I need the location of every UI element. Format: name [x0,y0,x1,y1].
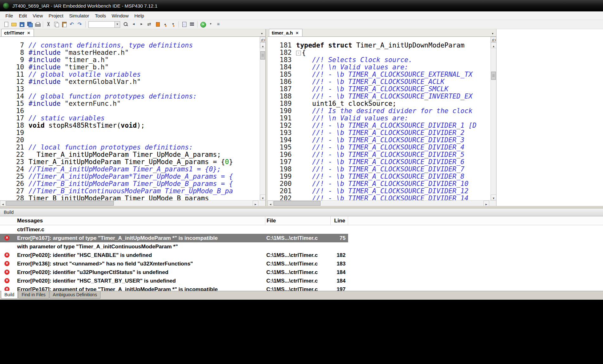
menu-item-tools[interactable]: Tools [92,11,109,20]
function-list-icon[interactable] [260,37,265,42]
scroll-left-icon[interactable] [0,201,6,206]
menu-item-edit[interactable]: Edit [16,11,30,20]
code-line[interactable]: 189 uint16_t clockSource; [268,100,496,107]
code-editor[interactable]: 7// constant definitions, type definitio… [0,37,265,200]
code-line[interactable]: 184 //! \n Valid values are: [268,64,496,71]
column-header-messages[interactable]: Messages [16,216,265,225]
scroll-down-icon[interactable] [260,195,265,200]
tab-list-dropdown-icon[interactable] [259,30,265,36]
previous-bookmark-button[interactable] [161,21,169,28]
find-button[interactable] [122,21,130,28]
code-line[interactable]: 195 //! - \b TIMER_A_CLOCKSOURCE_DIVIDER… [268,144,496,151]
toolbar-options-button[interactable] [215,21,223,28]
horizontal-scrollbar-thumb[interactable] [6,201,114,206]
paste-button[interactable] [60,21,68,28]
scroll-right-icon[interactable] [253,201,258,206]
build-row-error[interactable]: Error[Pe167]: argument of type "Timer_A_… [0,234,603,242]
code-line[interactable]: 21// local function prototypes definitio… [0,144,265,151]
code-line[interactable]: 24//Timer_A_initUpModeParam Timer_A_para… [0,166,265,173]
build-splitter[interactable] [0,206,603,208]
code-line[interactable]: 19 [0,129,265,137]
code-line[interactable]: 185 //! - \b TIMER_A_CLOCKSOURCE_EXTERNA… [268,71,496,78]
code-line[interactable]: 14// global function prototypes definiti… [0,93,265,100]
code-line[interactable]: 27//Timer_B_initContinuousModeParam Time… [0,188,265,195]
code-line[interactable]: 15#include "externFunc.h" [0,100,265,107]
code-line[interactable]: 192 //! - \b TIMER_A_CLOCKSOURCE_DIVIDER… [268,122,496,129]
menu-item-window[interactable]: Window [109,11,131,20]
tab-list-dropdown-icon[interactable] [490,30,496,36]
code-line[interactable]: 9#include "timer_a.h" [0,56,265,64]
code-line[interactable]: 183 //! Selects Clock source. [268,56,496,64]
find-next-button[interactable] [138,21,146,28]
horizontal-scrollbar-thumb[interactable] [274,201,321,206]
code-line[interactable]: 22 Timer_A_initUpModeParam Timer_UpMode_… [0,151,265,158]
code-line[interactable]: 186 //! - \b TIMER_A_CLOCKSOURCE_ACLK [268,78,496,86]
vertical-scrollbar[interactable] [260,37,265,200]
vertical-scrollbar-thumb[interactable] [260,51,265,60]
menu-item-file[interactable]: File [3,11,16,20]
menu-item-view[interactable]: View [30,11,46,20]
code-line[interactable]: 182-{ [268,49,496,56]
redo-button[interactable] [76,21,84,28]
code-line[interactable]: 190 //! Is the desired divider for the c… [268,107,496,115]
save-button[interactable] [18,21,26,28]
code-line[interactable]: 23Timer_A_initUpModeParam Timer_UpMode_A… [0,158,265,166]
bottom-tab-ambiguous-definitions[interactable]: Ambiguous Definitions [49,291,101,299]
code-line[interactable]: 10#include "timer_b.h" [0,64,265,71]
save-all-button[interactable] [26,21,34,28]
bottom-tab-build[interactable]: Build [1,291,18,299]
close-icon[interactable] [27,30,31,36]
tab-ctrltimer[interactable]: ctrlTimer [1,29,34,36]
download-and-debug-button[interactable] [199,21,207,28]
debug-options-button[interactable] [207,21,215,28]
toggle-bookmark-button[interactable] [153,21,161,28]
code-line[interactable]: 8#include "masterHeader.h" [0,49,265,56]
code-line[interactable]: 201 //! - \b TIMER_A_CLOCKSOURCE_DIVIDER… [268,188,496,195]
cut-button[interactable] [44,21,52,28]
scroll-up-icon[interactable] [260,42,265,48]
make-button[interactable] [188,21,196,28]
code-line[interactable]: 7// constant definitions, type definitio… [0,42,265,49]
code-line[interactable]: 197 //! - \b TIMER_A_CLOCKSOURCE_DIVIDER… [268,158,496,166]
build-row-error[interactable]: Error[Pe136]: struct "<unnamed>" has no … [0,259,603,268]
build-row-error[interactable]: Error[Pe020]: identifier "HSC_START_BY_U… [0,277,603,285]
replace-button[interactable] [146,21,153,28]
horizontal-scrollbar[interactable] [0,200,265,206]
code-line[interactable]: 187 //! - \b TIMER_A_CLOCKSOURCE_SMCLK [268,86,496,93]
vertical-scrollbar[interactable] [490,37,496,200]
function-list-icon[interactable] [491,37,496,42]
open-file-button[interactable] [10,21,18,28]
horizontal-scrollbar[interactable] [268,200,496,206]
find-previous-button[interactable] [130,21,138,28]
code-line[interactable]: 181typedef struct Timer_A_initUpDownMode… [268,42,496,49]
column-header-line[interactable]: Line [330,216,348,225]
close-icon[interactable] [296,30,300,36]
code-line[interactable]: 26//Timer_B_initUpModeParam Timer_UpMode… [0,180,265,188]
build-row-continuation[interactable]: with parameter of type "Timer_A_initCont… [0,242,603,251]
code-line[interactable]: 16 [0,107,265,115]
build-row-group[interactable]: ctrlTimer.c [0,225,603,234]
build-row-error[interactable]: Error[Pe020]: identifier "u32PlungerCtlS… [0,268,603,277]
vertical-scrollbar-thumb[interactable] [491,72,496,80]
menu-item-help[interactable]: Help [132,11,147,20]
compile-button[interactable] [180,21,188,28]
code-line[interactable]: 199 //! - \b TIMER_A_CLOCKSOURCE_DIVIDER… [268,173,496,180]
scroll-up-icon[interactable] [491,42,496,48]
code-line[interactable]: 198 //! - \b TIMER_A_CLOCKSOURCE_DIVIDER… [268,166,496,173]
code-line[interactable]: 13 [0,86,265,93]
code-line[interactable]: 18void stopRs485RtsTimer(void); [0,122,265,129]
code-line[interactable]: 28Timer_B_initUpModeParam Timer_UpMode_B… [0,195,265,200]
new-document-button[interactable] [2,21,10,28]
search-input[interactable] [89,22,114,28]
combobox-dropdown-icon[interactable] [114,22,120,28]
undo-button[interactable] [68,21,76,28]
code-line[interactable]: 11// global volatile variables [0,71,265,78]
menu-item-project[interactable]: Project [46,11,66,20]
bottom-tab-find-in-files[interactable]: Find in Files [18,291,49,299]
code-line[interactable]: 20 [0,137,265,144]
column-header-file[interactable]: File [265,216,330,225]
code-line[interactable]: 196 //! - \b TIMER_A_CLOCKSOURCE_DIVIDER… [268,151,496,158]
tab-timer-a-h[interactable]: timer_a.h [269,29,302,36]
code-line[interactable]: 202 //! - \b TIMER_A_CLOCKSOURCE_DIVIDER… [268,195,496,200]
code-line[interactable]: 191 //! \n Valid values are: [268,115,496,122]
